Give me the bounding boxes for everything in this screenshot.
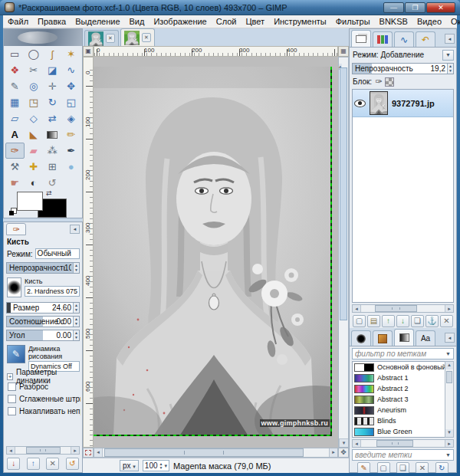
horizontal-scroll-thumb[interactable] <box>104 448 304 457</box>
tab-undo-history[interactable]: ↶ <box>416 31 435 47</box>
tool-zoom[interactable]: ◎ <box>25 78 44 94</box>
gradients-dock-menu-button[interactable]: ◂ <box>445 333 455 343</box>
tool-smudge[interactable]: ☛ <box>5 175 25 191</box>
menu-tools[interactable]: Инструменты <box>269 16 331 27</box>
tool-paths[interactable]: ∿ <box>62 62 81 78</box>
gradients-horizontal-scrollbar[interactable]: ◂▸ <box>352 439 454 448</box>
vertical-scroll-thumb[interactable] <box>340 67 347 320</box>
new-layer-button[interactable]: ▢ <box>353 315 366 327</box>
swap-colors-icon[interactable]: ⇄ <box>46 189 52 197</box>
delete-layer-button[interactable]: ✕ <box>440 315 453 327</box>
tool-color-picker[interactable]: ✎ <box>5 78 25 94</box>
navigation-button[interactable]: ✥ <box>338 448 349 458</box>
tool-rectangle-select[interactable]: ▭ <box>5 46 25 62</box>
reset-tool-options-button[interactable]: ↺ <box>66 458 79 470</box>
menu-color[interactable]: Цвет <box>241 16 269 27</box>
horizontal-ruler[interactable]: 0100200300400 <box>94 46 338 57</box>
layer-visibility-eye-icon[interactable] <box>354 100 366 107</box>
gradient-item-1[interactable]: Abstract 1 <box>353 373 453 383</box>
size-spinner[interactable]: ▲▼ <box>73 303 79 313</box>
layer-opacity-slider[interactable]: Непрозрачность 19,2 ▲▼ <box>352 63 454 74</box>
tool-dodge-burn[interactable]: ◐ <box>25 175 44 191</box>
tool-rotate[interactable]: ↻ <box>43 94 62 110</box>
close-button[interactable]: ✕ <box>426 2 455 13</box>
image-tab-1-close-icon[interactable]: ✕ <box>106 34 115 43</box>
tool-foreground-select[interactable]: ◪ <box>43 62 62 78</box>
vertical-ruler[interactable]: 0100200300400500600 <box>83 57 94 448</box>
reset-colors-icon[interactable] <box>9 211 14 215</box>
maximize-button[interactable]: ❐ <box>405 2 426 13</box>
gradient-item-6[interactable]: Blue Green <box>353 426 453 437</box>
image-tab-2-close-icon[interactable]: ✕ <box>142 33 151 42</box>
layer-mode-value[interactable]: Добавление <box>380 51 424 59</box>
gradient-item-2[interactable]: Abstract 2 <box>353 383 453 394</box>
duplicate-layer-button[interactable]: ❏ <box>411 315 424 327</box>
new-gradient-button[interactable]: ▢ <box>377 462 390 473</box>
canvas-viewport[interactable]: www.gimphnksb.ru <box>94 57 338 448</box>
tool-align[interactable]: ▦ <box>5 94 25 110</box>
tab-brushes[interactable] <box>351 330 371 346</box>
aspect-spinner[interactable]: ▲▼ <box>73 317 79 327</box>
tool-measure[interactable]: ✛ <box>43 78 62 94</box>
gradients-vertical-scrollbar[interactable]: ▲ ▼ <box>445 361 454 438</box>
tool-options-scrollbar[interactable]: ◂▸ <box>6 446 80 455</box>
tool-eraser[interactable]: ▰ <box>25 143 44 159</box>
new-layer-group-button[interactable]: ▤ <box>367 315 380 327</box>
minimize-button[interactable]: — <box>383 2 404 13</box>
zoom-select[interactable]: 100▲▼▾ <box>143 460 169 471</box>
layer-name[interactable]: 9372791.jp <box>392 99 435 108</box>
dynamics-options-expander[interactable]: + <box>7 373 13 380</box>
ruler-corner-menu-button[interactable]: ▣ <box>83 46 94 57</box>
canvas-menu-button[interactable]: ▦ <box>338 46 349 57</box>
menu-file[interactable]: Файл <box>3 16 33 27</box>
raise-layer-button[interactable]: ↑ <box>382 315 395 327</box>
unit-select[interactable]: px ▾ <box>120 460 139 471</box>
lock-pixels-icon[interactable]: ✑ <box>375 77 382 87</box>
canvas-vertical-scrollbar[interactable]: ▴▾ <box>338 57 349 448</box>
menu-bnksb[interactable]: BNKSB <box>375 16 412 27</box>
checkbox-2[interactable] <box>8 407 16 415</box>
tab-channels[interactable] <box>373 31 393 47</box>
tool-gradient[interactable] <box>43 126 62 143</box>
layers-scrollbar[interactable]: ◂▸ <box>352 304 454 313</box>
tool-airbrush[interactable]: ⁂ <box>43 143 62 159</box>
gradient-item-5[interactable]: Blinds <box>353 415 453 426</box>
aspect-ratio-slider[interactable]: Соотношение сто.. 0.00 ▲▼ <box>6 316 80 327</box>
lower-layer-button[interactable]: ↓ <box>396 315 409 327</box>
foreground-color-swatch[interactable] <box>17 192 43 211</box>
opacity-spinner[interactable]: ▲▼ <box>73 263 79 273</box>
tab-gradients[interactable] <box>394 329 414 346</box>
gradient-tag-input[interactable]: введите метки▼ <box>352 449 454 461</box>
canvas-horizontal-scrollbar[interactable]: ◂▸ <box>94 448 338 458</box>
image-tab-1[interactable]: ✕ <box>84 30 119 46</box>
layer-row[interactable]: 9372791.jp <box>353 90 453 117</box>
checkbox-0[interactable] <box>8 382 16 391</box>
menu-image[interactable]: Изображение <box>149 16 211 27</box>
tool-options-tab-brush-icon[interactable]: ✑ <box>6 223 26 235</box>
gradient-item-0[interactable]: Основной в фоновый (резк <box>353 362 453 373</box>
tool-move[interactable]: ✥ <box>62 78 81 94</box>
tab-layers[interactable] <box>351 30 371 47</box>
tool-bucket-fill[interactable]: ◣ <box>25 126 44 143</box>
menu-view[interactable]: Вид <box>125 16 150 27</box>
dynamics-icon[interactable]: ✎ <box>7 345 25 363</box>
image-tab-2[interactable]: ✕ <box>120 28 155 46</box>
tool-crop[interactable]: ◳ <box>25 94 44 110</box>
angle-slider[interactable]: Угол 0.00 ▲▼ <box>6 330 80 341</box>
tool-flip[interactable]: ⇄ <box>43 110 62 126</box>
gradient-filter-input[interactable]: фильтр по меткам▼ <box>352 348 454 359</box>
duplicate-gradient-button[interactable]: ❏ <box>396 462 409 473</box>
menu-edit[interactable]: Правка <box>33 16 71 27</box>
tool-fuzzy-select[interactable]: ✶ <box>62 46 81 62</box>
tool-scale[interactable]: ◱ <box>62 94 81 110</box>
tool-ink[interactable]: ✒ <box>62 143 81 159</box>
tool-blur-sharpen[interactable]: ● <box>62 159 81 175</box>
checkbox-1[interactable] <box>8 395 16 403</box>
tool-scissors-select[interactable]: ✂ <box>25 62 44 78</box>
menu-select[interactable]: Выделение <box>71 16 124 27</box>
brush-size-slider[interactable]: Размер 24.60 ▲▼ <box>6 302 80 314</box>
lock-alpha-icon[interactable] <box>385 77 394 87</box>
gradient-item-4[interactable]: Aneurism <box>353 405 453 415</box>
angle-spinner[interactable]: ▲▼ <box>73 330 79 340</box>
tool-perspective-clone[interactable]: ⊞ <box>43 159 62 175</box>
